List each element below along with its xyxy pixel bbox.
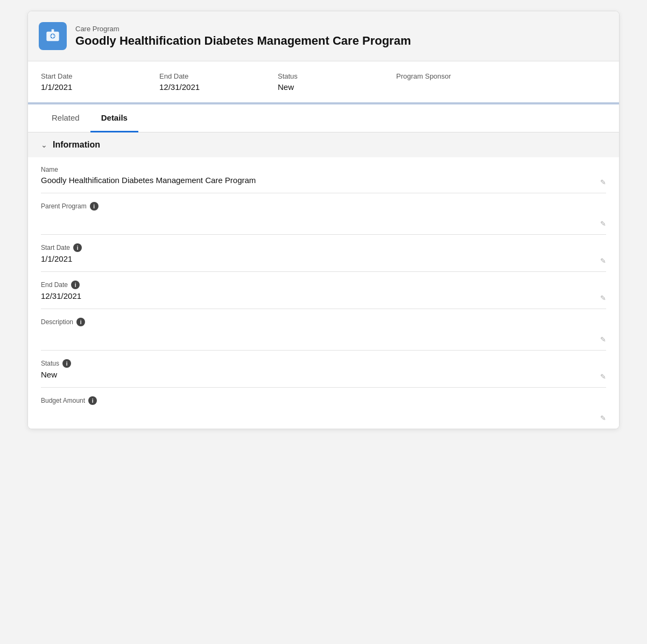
field-parent-program-value	[41, 213, 606, 230]
field-name: Name Goodly Healthification Diabetes Man…	[41, 157, 606, 193]
meta-end-date: End Date 12/31/2021	[159, 72, 256, 92]
field-budget-amount-value	[41, 407, 606, 424]
status-info-icon[interactable]: i	[62, 359, 71, 368]
record-title: Goodly Healthification Diabetes Manageme…	[75, 34, 411, 48]
tab-related[interactable]: Related	[41, 104, 90, 132]
field-start-date-value: 1/1/2021	[41, 254, 606, 267]
svg-rect-2	[52, 29, 54, 32]
field-parent-program: Parent Program i ✎	[41, 193, 606, 235]
edit-description-icon[interactable]: ✎	[600, 335, 606, 344]
edit-name-icon[interactable]: ✎	[600, 178, 606, 186]
field-end-date-label: End Date i	[41, 281, 606, 289]
tab-bar: Related Details	[28, 104, 619, 132]
fields-container: Name Goodly Healthification Diabetes Man…	[28, 157, 619, 429]
start-date-info-icon[interactable]: i	[73, 243, 82, 252]
field-status: Status i New ✎	[41, 351, 606, 388]
parent-program-info-icon[interactable]: i	[90, 202, 99, 211]
field-name-label: Name	[41, 166, 606, 173]
edit-end-date-icon[interactable]: ✎	[600, 294, 606, 302]
tab-details[interactable]: Details	[90, 104, 138, 132]
meta-status-label: Status	[278, 72, 375, 80]
edit-budget-amount-icon[interactable]: ✎	[600, 414, 606, 422]
svg-rect-4	[51, 36, 55, 37]
meta-status: Status New	[278, 72, 375, 92]
field-description-label: Description i	[41, 318, 606, 326]
field-start-date: Start Date i 1/1/2021 ✎	[41, 235, 606, 272]
record-type-icon	[39, 22, 67, 50]
meta-start-date: Start Date 1/1/2021	[41, 72, 138, 92]
chevron-down-icon: ⌄	[41, 141, 47, 149]
meta-fields-row: Start Date 1/1/2021 End Date 12/31/2021 …	[28, 61, 619, 104]
field-status-label: Status i	[41, 359, 606, 368]
field-end-date-value: 12/31/2021	[41, 291, 606, 304]
section-title: Information	[53, 140, 100, 150]
care-program-card: Care Program Goodly Healthification Diab…	[27, 11, 620, 429]
field-description: Description i ✎	[41, 309, 606, 351]
record-header: Care Program Goodly Healthification Diab…	[28, 11, 619, 61]
field-status-value: New	[41, 370, 606, 383]
field-parent-program-label: Parent Program i	[41, 202, 606, 211]
end-date-info-icon[interactable]: i	[71, 281, 80, 289]
meta-status-value: New	[278, 82, 375, 92]
field-budget-amount-label: Budget Amount i	[41, 396, 606, 405]
field-start-date-label: Start Date i	[41, 243, 606, 252]
edit-status-icon[interactable]: ✎	[600, 373, 606, 381]
description-info-icon[interactable]: i	[76, 318, 85, 326]
budget-amount-info-icon[interactable]: i	[88, 396, 97, 405]
meta-end-date-label: End Date	[159, 72, 256, 80]
meta-start-date-value: 1/1/2021	[41, 82, 138, 92]
meta-program-sponsor: Program Sponsor	[396, 72, 493, 92]
information-section-header[interactable]: ⌄ Information	[28, 132, 619, 157]
edit-start-date-icon[interactable]: ✎	[600, 257, 606, 265]
record-type-label: Care Program	[75, 25, 411, 33]
edit-parent-program-icon[interactable]: ✎	[600, 220, 606, 228]
field-name-value: Goodly Healthification Diabetes Manageme…	[41, 176, 606, 188]
meta-start-date-label: Start Date	[41, 72, 138, 80]
field-description-value	[41, 328, 606, 346]
field-budget-amount: Budget Amount i ✎	[41, 388, 606, 429]
meta-sponsor-label: Program Sponsor	[396, 72, 493, 80]
field-end-date: End Date i 12/31/2021 ✎	[41, 272, 606, 309]
header-text-block: Care Program Goodly Healthification Diab…	[75, 25, 411, 48]
meta-end-date-value: 12/31/2021	[159, 82, 256, 92]
